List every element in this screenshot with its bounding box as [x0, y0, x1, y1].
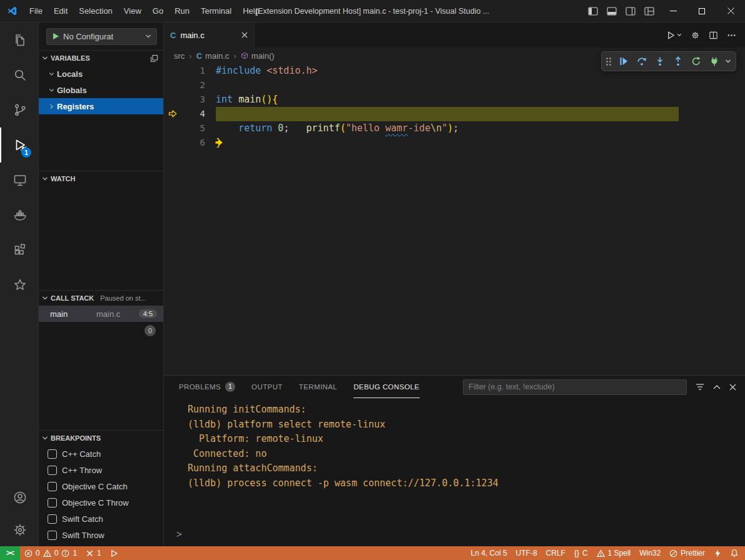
breadcrumb-src[interactable]: src [174, 51, 185, 61]
cursor-position[interactable]: Ln 4, Col 5 [467, 546, 512, 560]
debug-console-output[interactable]: Running initCommands: (lldb) platform se… [164, 398, 745, 546]
menu-selection[interactable]: Selection [73, 4, 118, 19]
docker-icon[interactable] [0, 198, 38, 232]
menu-go[interactable]: Go [147, 4, 169, 19]
encoding[interactable]: UTF-8 [512, 546, 542, 560]
breakpoints-header[interactable]: BREAKPOINTS [39, 431, 163, 446]
step-over-button[interactable] [633, 53, 650, 69]
filter-lines-icon[interactable] [696, 383, 704, 391]
tab-main-c[interactable]: C main.c [164, 22, 255, 48]
debug-status-icon[interactable] [106, 546, 123, 560]
formatter-status[interactable]: Prettier [665, 546, 709, 560]
variables-registers[interactable]: Registers [39, 98, 163, 114]
menu-terminal[interactable]: Terminal [195, 4, 237, 19]
checkbox[interactable] [48, 466, 57, 475]
breakpoint-gutter[interactable] [164, 92, 186, 107]
tab-debug-console[interactable]: DEBUG CONSOLE [353, 376, 420, 398]
toggle-sidebar-icon[interactable] [584, 0, 602, 22]
console-filter-input[interactable] [463, 379, 687, 395]
platform-status[interactable]: Win32 [635, 546, 665, 560]
checkbox[interactable] [48, 514, 57, 524]
close-tab-icon[interactable] [241, 32, 248, 38]
remote-indicator[interactable]: >< [0, 546, 20, 560]
start-debug-icon[interactable] [52, 32, 59, 40]
breakpoint-objc-catch[interactable]: Objective C Catch [39, 478, 163, 494]
breakpoint-gutter[interactable] [164, 121, 186, 136]
settings-gear-icon[interactable] [0, 514, 38, 546]
debug-more-chevron-icon[interactable] [724, 53, 732, 69]
call-stack-header[interactable]: CALL STACK Paused on st... [39, 291, 163, 306]
variables-globals[interactable]: Globals [39, 82, 163, 98]
console-input-prompt[interactable]: > [176, 529, 182, 540]
eol-sequence[interactable]: CRLF [542, 546, 570, 560]
close-panel-icon[interactable] [729, 384, 736, 391]
marketplace-star-icon[interactable] [0, 268, 38, 302]
more-actions-icon[interactable] [727, 31, 736, 40]
breakpoint-cpp-catch[interactable]: C++ Catch [39, 446, 163, 462]
extensions-icon[interactable] [0, 232, 38, 268]
disconnect-button[interactable] [706, 53, 722, 69]
run-and-debug-icon[interactable]: 1 [0, 128, 38, 162]
explorer-icon[interactable] [0, 22, 38, 58]
minimize-button[interactable] [659, 0, 687, 22]
toggle-panel-icon[interactable] [602, 0, 621, 22]
remote-explorer-icon[interactable] [0, 162, 38, 198]
code-text[interactable] [205, 78, 216, 92]
maximize-button[interactable] [687, 0, 716, 22]
run-or-debug-icon[interactable] [666, 31, 682, 40]
stack-frame-row[interactable]: main main.c 4:5 [39, 306, 163, 322]
split-editor-icon[interactable] [709, 31, 718, 40]
tab-terminal[interactable]: TERMINAL [299, 376, 337, 398]
menu-edit[interactable]: Edit [48, 4, 73, 19]
code-editor[interactable]: 1 #include <stdio.h> 2 3 int main(){ [164, 64, 745, 375]
account-icon[interactable] [0, 481, 38, 514]
code-text[interactable]: int main(){ [205, 92, 278, 107]
extension-status-icon[interactable] [709, 546, 726, 560]
close-window-button[interactable] [716, 0, 745, 22]
code-text[interactable]: return 0; [205, 121, 289, 136]
breakpoint-swift-catch[interactable]: Swift Catch [39, 511, 163, 527]
search-icon[interactable] [0, 58, 38, 92]
variables-header[interactable]: VARIABLES [39, 51, 163, 66]
editor-gear-icon[interactable] [691, 31, 700, 40]
language-mode[interactable]: {} C [570, 546, 592, 560]
problems-status[interactable]: 0 0 1 [20, 546, 81, 560]
customize-layout-icon[interactable] [640, 0, 659, 22]
watch-header[interactable]: WATCH [39, 171, 163, 186]
toolbar-gripper[interactable] [606, 58, 611, 66]
breakpoint-gutter[interactable] [164, 78, 186, 92]
breadcrumb-symbol[interactable]: main() [241, 51, 275, 61]
toolchain-status[interactable]: 1 [81, 546, 106, 560]
menu-run[interactable]: Run [169, 4, 195, 19]
breakpoint-gutter[interactable] [164, 107, 186, 121]
code-text[interactable]: } [205, 136, 221, 150]
toggle-secondary-sidebar-icon[interactable] [621, 0, 640, 22]
breakpoint-gutter[interactable] [164, 136, 186, 150]
step-out-button[interactable] [669, 53, 686, 69]
restart-button[interactable] [687, 53, 704, 69]
source-control-icon[interactable] [0, 92, 38, 128]
variables-locals[interactable]: Locals [39, 66, 163, 82]
checkbox[interactable] [48, 449, 57, 459]
collapse-all-icon[interactable] [150, 54, 158, 62]
breakpoint-swift-throw[interactable]: Swift Throw [39, 527, 163, 543]
tab-output[interactable]: OUTPUT [251, 376, 283, 398]
checkbox[interactable] [48, 482, 57, 491]
checkbox[interactable] [48, 531, 57, 540]
maximize-panel-icon[interactable] [713, 384, 721, 389]
breakpoint-objc-throw[interactable]: Objective C Throw [39, 494, 163, 511]
menu-file[interactable]: File [24, 4, 48, 19]
code-text[interactable]: #include <stdio.h> [205, 64, 318, 78]
continue-button[interactable] [615, 53, 632, 69]
notifications-bell-icon[interactable] [726, 546, 745, 560]
step-into-button[interactable] [651, 53, 668, 69]
tab-problems[interactable]: PROBLEMS 1 [179, 376, 235, 398]
checkbox[interactable] [48, 498, 57, 508]
breakpoint-gutter[interactable] [164, 64, 186, 78]
breakpoint-cpp-throw[interactable]: C++ Throw [39, 462, 163, 478]
debug-config-dropdown[interactable]: No Configurat [46, 28, 157, 45]
breadcrumb-file[interactable]: Cmain.c [196, 51, 230, 61]
menu-view[interactable]: View [118, 4, 147, 19]
code-text[interactable]: printf("hello wamr-ide\n"); [205, 107, 459, 121]
spell-checker-status[interactable]: 1 Spell [592, 546, 636, 560]
